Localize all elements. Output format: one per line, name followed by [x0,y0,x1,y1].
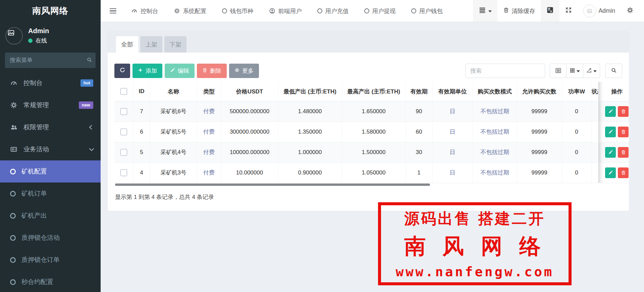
cell: 1.350000 [278,122,342,142]
brand-logo: 南风网络 [0,0,101,22]
sidebar-item-business[interactable]: 业务活动 [0,138,101,160]
gears-icon [627,7,634,15]
circle-icon [10,235,16,241]
nav-link-frontend-users[interactable]: 前端用户 [261,0,310,22]
detail-view-button[interactable] [550,64,567,78]
sidebar-item-miner-config[interactable]: 矿机配置 [0,160,101,182]
editable-cell[interactable]: 不包括过期 [473,101,517,122]
editable-cell[interactable]: 付费 [197,101,221,122]
row-checkbox[interactable] [120,129,127,135]
cell: 0 [562,101,591,122]
hamburger-menu-icon[interactable] [103,0,123,22]
search-button[interactable] [605,64,622,78]
cell: 90 [406,101,432,122]
row-checkbox[interactable] [120,108,127,115]
user-name: Admin [28,27,49,35]
sidebar-item-miner-orders[interactable]: 矿机订单 [0,182,101,205]
delete-button[interactable]: 删除 [197,64,227,78]
nav-link-system-config[interactable]: 系统配置 [166,0,214,22]
trash-icon [202,68,207,74]
delete-row-button[interactable] [618,127,629,137]
edit-row-button[interactable] [605,147,616,158]
column-header: 最低产出 (主币:ETH) [278,82,342,101]
circle-icon [10,279,16,285]
editable-cell[interactable]: 付费 [197,142,221,162]
cell: 0 [562,162,591,183]
status-cell-clipped [591,101,598,122]
row-checkbox[interactable] [120,149,127,156]
editable-cell[interactable]: 日 [432,122,473,142]
delete-row-button[interactable] [618,106,629,117]
sidebar-item-general[interactable]: 常规管理 new [0,94,101,116]
column-header-actions: 操作 [598,82,629,101]
tab-all[interactable]: 全部 [116,36,138,53]
circle-icon [10,191,16,197]
table-row: 5采矿机4号付费100000.0000001.0000001.50000030日… [114,142,629,162]
nav-link-wallet-coins[interactable]: 钱包币种 [214,0,261,22]
nav-link-user-wallets[interactable]: 用户钱包 [404,0,450,22]
select-all-checkbox[interactable] [120,88,127,95]
tab-online[interactable]: 上架 [140,36,162,53]
language-button[interactable] [541,0,559,22]
circle-icon [411,8,416,13]
nav-link-user-withdrawals[interactable]: 用户提现 [357,0,404,22]
scrollbar-thumb[interactable] [115,184,430,186]
circle-icon [364,8,369,13]
editable-cell[interactable]: 付费 [197,122,221,142]
editable-cell[interactable]: 日 [432,101,473,122]
cell: 4 [133,162,150,183]
editable-cell[interactable]: 不包括过期 [473,122,517,142]
table-header-row: ID名称类型价格USDT最低产出 (主币:ETH)最高产出 (主币:ETH)有效… [114,82,629,101]
editable-cell[interactable]: 付费 [197,162,221,183]
edit-row-button[interactable] [605,127,616,137]
gear-icon [174,8,180,14]
status-cell-clipped [591,162,598,183]
columns-button[interactable] [567,64,583,78]
gauge-icon [9,79,18,87]
add-button[interactable]: 添加 [132,64,162,78]
sidebar-search-input[interactable] [10,57,84,64]
sidebar-item-miner-output[interactable]: 矿机产出 [0,205,101,227]
nav-link-dashboard[interactable]: 控制台 [123,0,166,22]
edit-row-button[interactable] [605,167,616,178]
cell: 0 [562,122,591,142]
cell: 采矿机4号 [150,142,197,162]
row-checkbox[interactable] [120,169,127,176]
sidebar-item-permissions[interactable]: 权限管理 [0,116,101,138]
table-search-input[interactable] [465,64,545,78]
editable-cell[interactable]: 不包括过期 [473,142,517,162]
editable-cell[interactable]: 日 [432,162,473,183]
export-icon [586,68,592,74]
search-icon[interactable] [87,57,92,64]
caret-down-icon [488,10,492,12]
nav-link-user-deposits[interactable]: 用户充值 [310,0,357,22]
fullscreen-button[interactable] [559,0,578,22]
grid-icon [570,68,575,74]
more-button[interactable]: 更多 [229,64,259,78]
export-button[interactable] [583,64,600,78]
online-dot-icon [28,39,33,43]
sidebar-item-dashboard[interactable]: 控制台 hot [0,72,101,94]
cell: 1.480000 [278,101,342,122]
panel-card: 全部 上架 下架 添加 编辑 删除 更多 [108,31,629,211]
user-avatar-broken-image-icon [5,27,23,45]
circle-icon [10,213,16,219]
sidebar-item-seconds-contract[interactable]: 秒合约配置 [0,271,101,292]
sidebar-item-staking-orders[interactable]: 质押锁仓订单 [0,249,101,271]
edit-row-button[interactable] [605,106,616,117]
user-avatar-broken-image-icon [583,5,596,17]
sidebar-item-staking-activity[interactable]: 质押锁仓活动 [0,227,101,249]
clear-cache-button[interactable]: 清除缓存 [497,0,541,22]
editable-cell[interactable]: 不包括过期 [473,162,517,183]
delete-row-button[interactable] [618,147,629,158]
list-dropdown-button[interactable] [473,0,497,22]
edit-button[interactable]: 编辑 [165,64,195,78]
cell: 99999 [517,101,562,122]
tab-offline[interactable]: 下架 [164,36,186,53]
editable-cell[interactable]: 日 [432,142,473,162]
new-badge: new [79,101,93,109]
user-menu[interactable]: Admin [578,0,621,22]
delete-row-button[interactable] [618,167,629,178]
settings-button[interactable] [621,0,639,22]
refresh-button[interactable] [114,64,130,78]
